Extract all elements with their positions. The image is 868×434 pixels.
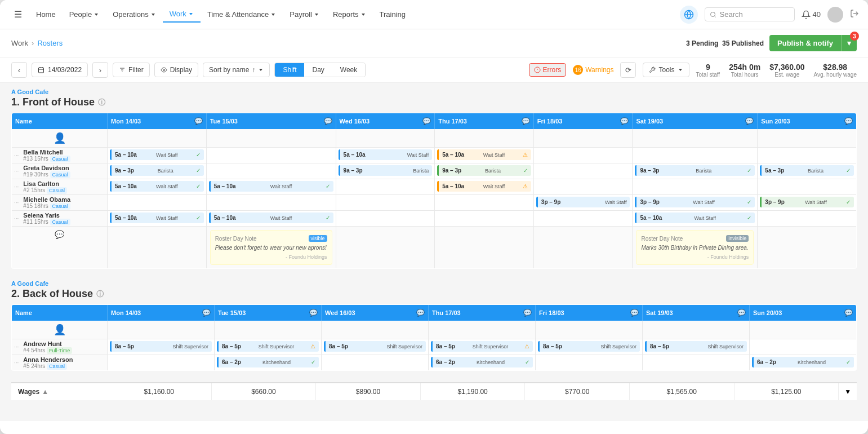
nav-search[interactable]: Search — [705, 7, 795, 21]
add-person-icon-1[interactable]: 👤 — [54, 132, 66, 144]
shift-lisa-tue[interactable]: 5a – 10aWait Staff✓ — [206, 179, 336, 195]
shift-andrew-fri[interactable]: 8a – 5pShift Supervisor — [536, 339, 643, 355]
day-note-text-sat: Marks 30th Birthday in Private Dining ar… — [641, 244, 749, 252]
shift-greta-thu[interactable]: 9a – 3pBarista✓ — [435, 163, 534, 179]
warnings-btn[interactable]: 16 Warnings — [573, 65, 613, 75]
more-btn-lisa[interactable]: ··· — [14, 184, 19, 190]
search-placeholder: Search — [720, 10, 743, 19]
shift-michelle-sun[interactable]: 3p – 9pWait Staff✓ — [758, 195, 857, 211]
shift-selena-wed[interactable] — [336, 211, 435, 227]
employee-meta-bella: #13 15hrs Casual — [23, 156, 70, 162]
nav-reports[interactable]: Reports — [326, 7, 373, 22]
section2-info-icon[interactable]: ⓘ — [96, 289, 104, 299]
shift-anna-wed[interactable] — [322, 355, 429, 371]
shift-anna-fri[interactable] — [536, 355, 643, 371]
view-shift-btn[interactable]: Shift — [275, 63, 304, 77]
shift-bella-wed[interactable]: 5a – 10aWait Staff — [336, 148, 435, 163]
more-btn-greta[interactable]: ··· — [14, 168, 19, 174]
shift-lisa-sun[interactable] — [758, 179, 857, 195]
shift-michelle-thu[interactable] — [435, 195, 534, 211]
shift-selena-fri[interactable] — [533, 211, 633, 227]
shift-lisa-fri[interactable] — [533, 179, 633, 195]
shift-lisa-sat[interactable] — [633, 179, 758, 195]
shift-lisa-thu[interactable]: 5a – 10aWait Staff⚠ — [435, 179, 534, 195]
shift-greta-mon[interactable]: 9a – 3pBarista✓ — [108, 163, 207, 179]
nav-people[interactable]: People — [63, 7, 106, 22]
add-person-icon-2[interactable]: 👤 — [54, 324, 66, 336]
shift-michelle-tue[interactable] — [206, 195, 336, 211]
nav-operations[interactable]: Operations — [106, 7, 163, 22]
shift-selena-thu[interactable] — [435, 211, 534, 227]
shift-anna-sat[interactable] — [643, 355, 750, 371]
shift-michelle-mon[interactable] — [108, 195, 207, 211]
shift-anna-mon[interactable] — [108, 355, 215, 371]
wages-expand-btn[interactable]: ▼ — [839, 383, 857, 400]
shift-anna-sun[interactable]: 6a – 2pKitchenhand✓ — [750, 355, 857, 371]
shift-selena-sun[interactable] — [758, 211, 857, 227]
col-sun-2: Sun 20/03💬 — [750, 305, 857, 321]
shift-bella-thu[interactable]: 5a – 10aWait Staff⚠ — [435, 148, 534, 163]
shift-michelle-wed[interactable] — [336, 195, 435, 211]
svg-point-10 — [163, 69, 164, 71]
filter-btn[interactable]: Filter — [113, 63, 150, 77]
shift-andrew-thu[interactable]: 8a – 5pShift Supervisor⚠ — [429, 339, 536, 355]
more-btn-selena[interactable]: ··· — [14, 215, 19, 222]
shift-michelle-fri[interactable]: 3p – 9pWait Staff — [533, 195, 633, 211]
nav-work[interactable]: Work — [163, 6, 201, 23]
breadcrumb-work[interactable]: Work — [11, 39, 28, 47]
nav-payroll[interactable]: Payroll — [283, 7, 326, 22]
shift-andrew-wed[interactable]: 8a – 5pShift Supervisor — [322, 339, 429, 355]
section1-info-icon[interactable]: ⓘ — [98, 98, 105, 108]
note-chat-icon-1[interactable]: 💬 — [55, 230, 64, 239]
wages-sun: $1,125.00 — [735, 383, 839, 400]
nav-globe-icon[interactable] — [680, 6, 698, 24]
nav-training[interactable]: Training — [373, 7, 412, 22]
shift-bella-tue[interactable] — [206, 148, 336, 163]
shift-michelle-sat[interactable]: 3p – 9pWait Staff✓ — [633, 195, 758, 211]
wages-chevron[interactable]: ▲ — [42, 388, 48, 396]
nav-logout-icon[interactable] — [850, 9, 859, 20]
sort-btn[interactable]: Sort by name ↑ — [203, 63, 270, 77]
shift-bella-fri[interactable] — [533, 148, 633, 163]
more-btn-bella[interactable]: ··· — [14, 152, 19, 158]
shift-andrew-sun[interactable] — [750, 339, 857, 355]
date-picker[interactable]: 14/03/2022 — [32, 63, 88, 77]
shift-greta-tue[interactable] — [206, 163, 336, 179]
refresh-btn[interactable]: ⟳ — [620, 62, 636, 78]
shift-bella-sun[interactable] — [758, 148, 857, 163]
errors-btn[interactable]: Errors — [529, 63, 567, 77]
shift-greta-wed[interactable]: 9a – 3pBarista — [336, 163, 435, 179]
shift-greta-fri[interactable] — [533, 163, 633, 179]
tools-btn[interactable]: Tools — [643, 63, 689, 77]
publish-button[interactable]: Publish & notify ▾ 3 — [769, 35, 857, 51]
more-btn-michelle[interactable]: ··· — [14, 200, 19, 206]
view-day-btn[interactable]: Day — [304, 63, 332, 77]
publish-dropdown[interactable]: ▾ 3 — [841, 35, 857, 51]
next-date-btn[interactable]: › — [92, 62, 108, 78]
nav-time-attendance[interactable]: Time & Attendance — [201, 7, 283, 22]
shift-selena-sat[interactable]: 5a – 10aWait Staff✓ — [633, 211, 758, 227]
shift-bella-mon[interactable]: 5a – 10aWait Staff✓ — [108, 148, 207, 163]
shift-selena-mon[interactable]: 5a – 10aWait Staff✓ — [108, 211, 207, 227]
display-btn[interactable]: Display — [154, 63, 198, 77]
shift-selena-tue[interactable]: 5a – 10aWait Staff✓ — [206, 211, 336, 227]
shift-bella-sat[interactable] — [633, 148, 758, 163]
shift-andrew-mon[interactable]: 8a – 5pShift Supervisor — [108, 339, 215, 355]
shift-andrew-tue[interactable]: 8a – 5pShift Supervisor⚠ — [215, 339, 322, 355]
shift-andrew-sat[interactable]: 8a – 5pShift Supervisor — [643, 339, 750, 355]
shift-lisa-wed[interactable] — [336, 179, 435, 195]
nav-bell[interactable]: 40 — [802, 10, 821, 19]
breadcrumb: Work › Rosters — [11, 39, 63, 47]
more-btn-andrew[interactable]: ··· — [14, 344, 19, 350]
shift-lisa-mon[interactable]: 5a – 10aWait Staff✓ — [108, 179, 207, 195]
shift-anna-tue[interactable]: 6a – 2pKitchenhand✓ — [215, 355, 322, 371]
more-btn-anna[interactable]: ··· — [14, 360, 19, 366]
shift-anna-thu[interactable]: 6a – 2pKitchenhand✓ — [429, 355, 536, 371]
hamburger-menu[interactable]: ☰ — [9, 6, 27, 24]
shift-greta-sat[interactable]: 9a – 3pBarista✓ — [633, 163, 758, 179]
shift-greta-sun[interactable]: 5a – 3pBarista✓ — [758, 163, 857, 179]
view-week-btn[interactable]: Week — [332, 63, 365, 77]
prev-date-btn[interactable]: ‹ — [11, 62, 27, 78]
nav-home[interactable]: Home — [29, 7, 63, 22]
user-avatar[interactable] — [827, 7, 843, 23]
